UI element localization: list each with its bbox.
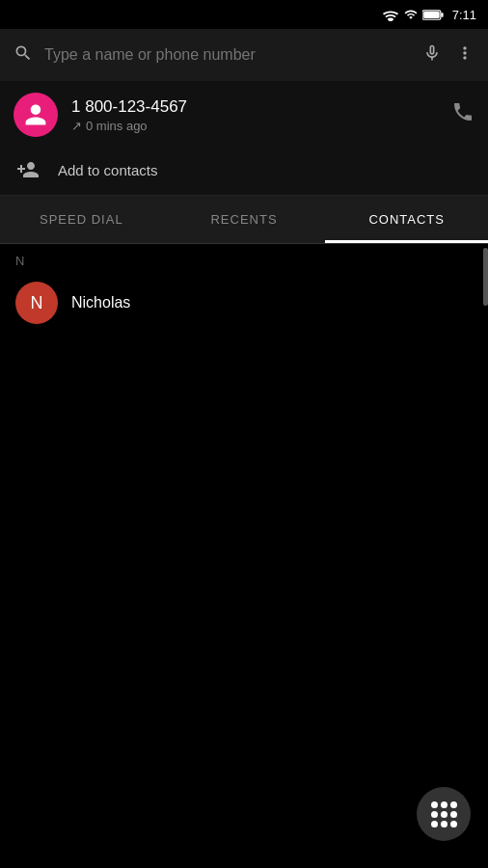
status-time: 7:11 xyxy=(452,8,476,22)
caller-number: 1 800-123-4567 xyxy=(71,97,438,117)
more-options-icon[interactable] xyxy=(455,43,474,68)
add-contact-label: Add to contacts xyxy=(58,162,157,178)
add-contact-row[interactable]: Add to contacts xyxy=(0,149,488,195)
status-bar: 7:11 xyxy=(0,0,488,29)
contacts-list: N N Nicholas xyxy=(0,244,488,868)
status-icons: 7:11 xyxy=(382,8,476,22)
search-bar xyxy=(0,29,488,81)
tabs: SPEED DIAL RECENTS CONTACTS xyxy=(0,196,488,244)
add-person-icon xyxy=(14,158,42,181)
caller-avatar xyxy=(14,93,58,137)
search-actions xyxy=(422,43,474,68)
contact-name-nicholas: Nicholas xyxy=(71,294,130,312)
battery-icon xyxy=(422,9,444,21)
search-input[interactable] xyxy=(44,46,411,64)
scrollbar-track xyxy=(483,244,488,868)
svg-rect-2 xyxy=(423,11,440,17)
scrollbar-thumb xyxy=(483,248,488,306)
recent-call-section: 1 800-123-4567 ↗ 0 mins ago Add to conta… xyxy=(0,81,488,196)
dial-pad-fab[interactable] xyxy=(417,787,471,841)
search-icon xyxy=(14,43,33,68)
section-letter-n: N xyxy=(0,244,488,272)
contact-row-nicholas[interactable]: N Nicholas xyxy=(0,272,488,334)
outgoing-arrow: ↗ xyxy=(71,119,82,133)
tab-recents[interactable]: RECENTS xyxy=(163,196,326,243)
svg-rect-1 xyxy=(441,13,443,17)
contact-avatar-nicholas: N xyxy=(15,282,58,324)
tab-contacts[interactable]: CONTACTS xyxy=(325,196,488,243)
mic-icon[interactable] xyxy=(422,43,442,68)
recent-call-row: 1 800-123-4567 ↗ 0 mins ago xyxy=(0,81,488,149)
caller-info: 1 800-123-4567 ↗ 0 mins ago xyxy=(71,97,438,133)
signal-icon xyxy=(404,8,418,21)
call-back-button[interactable] xyxy=(451,100,474,129)
dial-pad-grid xyxy=(431,801,457,827)
caller-time: ↗ 0 mins ago xyxy=(71,119,438,133)
tab-speed-dial[interactable]: SPEED DIAL xyxy=(0,196,163,243)
wifi-icon xyxy=(382,9,399,21)
